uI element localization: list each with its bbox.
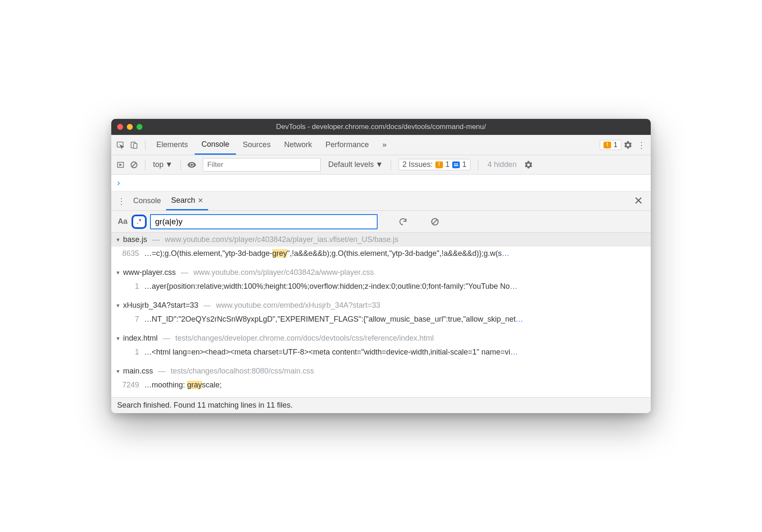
issues-summary[interactable]: 2 Issues: 1 1 [399,159,470,170]
divider [180,159,181,170]
filter-input[interactable] [203,158,321,172]
result-filename: base.js [123,235,147,244]
drawer-tab-console[interactable]: Console [128,191,166,210]
inspect-icon[interactable] [114,138,127,152]
search-input[interactable] [150,214,378,229]
window-title: DevTools - developer.chrome.com/docs/dev… [117,123,645,131]
line-number: 8635 [120,249,139,258]
close-drawer-icon[interactable]: ✕ [630,194,647,207]
line-text: …moothing: grayscale; [144,381,647,390]
regex-toggle-button[interactable]: .* [131,215,147,229]
issues-orange-count: 1 [445,160,450,169]
tab-overflow[interactable]: » [376,135,393,155]
toggle-sidebar-icon[interactable] [114,158,127,172]
search-bar: Aa .* [111,211,651,233]
console-settings-icon[interactable] [522,158,535,172]
result-line[interactable]: 7249…moothing: grayscale; [111,378,651,397]
devtools-window: DevTools - developer.chrome.com/docs/dev… [111,119,651,413]
result-file-header[interactable]: ▼main.css—tests/changes/localhost:8080/c… [111,364,651,378]
tab-performance[interactable]: Performance [319,135,376,155]
result-filepath: www.youtube.com/s/player/c403842a/player… [165,235,398,244]
disclosure-triangle-icon: ▼ [115,303,121,309]
levels-label: Default levels [328,160,374,169]
result-filename: xHusjrb_34A?start=33 [123,301,199,310]
match-case-button[interactable]: Aa [115,217,130,226]
tab-console[interactable]: Console [195,135,236,155]
line-number: 7 [120,315,139,324]
regex-icon: .* [137,218,141,226]
result-file-header[interactable]: ▼www-player.css—www.youtube.com/s/player… [111,266,651,279]
result-file-header[interactable]: ▼base.js—www.youtube.com/s/player/c40384… [111,233,651,247]
search-results: ▼base.js—www.youtube.com/s/player/c40384… [111,233,651,397]
dash: — [204,301,211,310]
device-toggle-icon[interactable] [127,138,141,152]
log-levels-selector[interactable]: Default levels ▼ [325,159,386,171]
divider [145,159,145,170]
line-text: …<html lang=en><head><meta charset=UTF-8… [144,348,647,357]
disclosure-triangle-icon: ▼ [115,368,121,374]
prompt-chevron-icon: › [117,178,120,188]
dash: — [181,268,188,277]
context-selector[interactable]: top ▼ [150,159,176,171]
result-filename: index.html [123,334,158,343]
issues-label: 2 Issues: [402,160,433,169]
disclosure-triangle-icon: ▼ [115,336,121,341]
line-number: 1 [120,348,139,357]
truncation-ellipsis: … [510,348,518,356]
refresh-search-icon[interactable] [396,215,410,228]
clear-console-icon[interactable] [127,158,141,172]
result-filepath: www.youtube.com/embed/xHusjrb_34A?start=… [216,301,381,310]
result-filepath: tests/changes/localhost:8080/css/main.cs… [171,367,314,376]
issues-badge[interactable]: 1 [600,140,621,150]
info-bubble-icon [452,161,460,168]
drawer-tab-search[interactable]: Search ✕ [166,191,208,210]
line-text: …=c);g.O(this.element,"ytp-3d-badge-grey… [144,249,647,258]
tab-network[interactable]: Network [277,135,319,155]
result-file-header[interactable]: ▼index.html—tests/changes/developer.chro… [111,331,651,345]
chevron-down-icon: ▼ [165,160,173,169]
dash: — [163,334,170,343]
settings-icon[interactable] [621,138,635,152]
result-filepath: tests/changes/developer.chrome.com/docs/… [175,334,434,343]
more-menu-icon[interactable]: ⋮ [635,138,648,152]
result-filename: www-player.css [123,268,176,277]
truncation-ellipsis: … [502,249,509,258]
live-expression-icon[interactable] [185,158,199,172]
hidden-count[interactable]: 4 hidden [488,160,517,169]
console-prompt[interactable]: › [111,175,651,191]
warning-bubble-icon [604,142,611,148]
clear-search-icon[interactable] [428,215,442,228]
context-label: top [153,160,164,169]
dash: — [152,235,160,244]
drawer-tab-search-label: Search [171,196,195,205]
main-tabs: Elements Console Sources Network Perform… [111,135,651,155]
drawer-tabs: ⋮ Console Search ✕ ✕ [111,191,651,211]
svg-line-7 [433,219,437,224]
result-line[interactable]: 8635…=c);g.O(this.element,"ytp-3d-badge-… [111,247,651,266]
result-line[interactable]: 1…ayer{position:relative;width:100%;heig… [111,279,651,298]
minimize-window-button[interactable] [127,124,133,130]
maximize-window-button[interactable] [137,124,142,130]
warning-bubble-icon [435,161,443,168]
result-file-header[interactable]: ▼xHusjrb_34A?start=33—www.youtube.com/em… [111,298,651,312]
tab-sources[interactable]: Sources [236,135,277,155]
drawer-menu-icon[interactable]: ⋮ [115,194,128,208]
line-number: 1 [120,282,139,291]
close-window-button[interactable] [117,124,123,130]
dash: — [158,367,166,376]
close-tab-icon[interactable]: ✕ [198,196,203,204]
disclosure-triangle-icon: ▼ [115,270,121,276]
issues-count: 1 [614,141,617,149]
divider [391,159,391,170]
result-filepath: www.youtube.com/s/player/c403842a/www-pl… [193,268,374,277]
tab-elements[interactable]: Elements [150,135,195,155]
disclosure-triangle-icon: ▼ [115,237,121,243]
result-line[interactable]: 1…<html lang=en><head><meta charset=UTF-… [111,345,651,364]
titlebar: DevTools - developer.chrome.com/docs/dev… [111,119,651,135]
match-highlight: grey [272,249,287,258]
traffic-lights [117,124,142,130]
svg-line-5 [132,163,136,167]
line-number: 7249 [120,381,139,390]
chevron-down-icon: ▼ [376,160,383,169]
result-line[interactable]: 7…NT_ID":"2OeQYs2rNcSnW8yxpLgD","EXPERIM… [111,312,651,331]
